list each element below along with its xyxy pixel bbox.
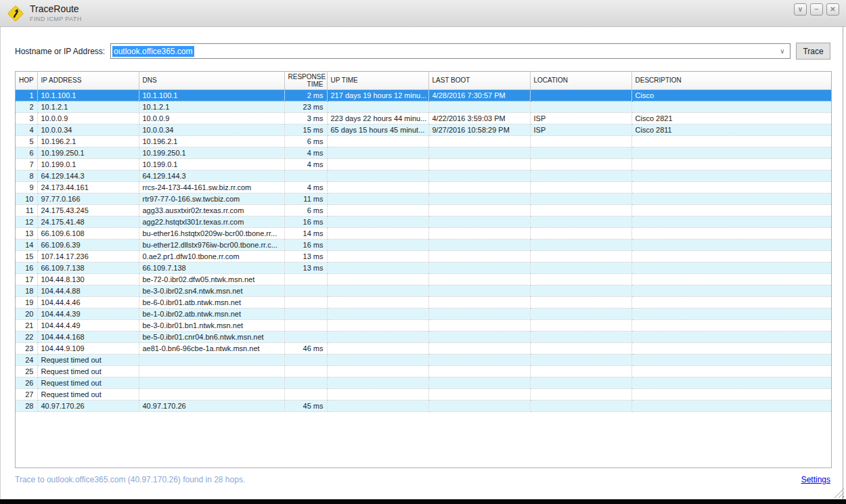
- cell-hop: 26: [16, 377, 37, 388]
- cell-last_boot: [428, 400, 530, 411]
- cell-description: [631, 101, 831, 112]
- table-row[interactable]: 1466.109.6.39bu-ether12.dllstx976iw-bcr0…: [16, 239, 831, 250]
- cell-hop: 9: [16, 181, 37, 193]
- cell-description: [631, 204, 831, 216]
- cell-ip: 104.44.4.39: [37, 308, 139, 319]
- cell-response: 4 ms: [284, 147, 327, 158]
- hostname-input-value: outlook.office365.com: [112, 46, 194, 57]
- cell-uptime: [327, 308, 428, 319]
- table-row[interactable]: 510.196.2.110.196.2.16 ms: [16, 135, 831, 147]
- table-row[interactable]: 1366.109.6.108bu-ether16.hstqtx0209w-bcr…: [16, 227, 831, 239]
- window-border-right: [843, 27, 843, 499]
- cell-location: [530, 250, 631, 262]
- header-cell-description[interactable]: DESCRIPTION: [631, 72, 831, 89]
- table-row[interactable]: 710.199.0.110.199.0.14 ms: [16, 158, 831, 170]
- trace-table: HOPIP ADDRESSDNSRESPONSE TIMEUP TIMELAST…: [15, 71, 832, 468]
- close-icon: ✕: [830, 6, 835, 13]
- cell-response: [284, 365, 327, 377]
- table-row[interactable]: 2840.97.170.2640.97.170.2645 ms: [16, 400, 831, 411]
- cell-response: [284, 331, 327, 342]
- window-controls: ∨ − ✕: [794, 3, 839, 16]
- cell-uptime: [327, 400, 428, 411]
- cell-last_boot: [428, 204, 530, 216]
- cell-location: [530, 193, 631, 204]
- table-row[interactable]: 110.1.100.110.1.100.12 ms217 days 19 hou…: [16, 89, 831, 101]
- table-row[interactable]: 24Request timed out: [16, 354, 831, 365]
- cell-dns: 10.199.250.1: [139, 147, 284, 158]
- cell-description: [631, 216, 831, 227]
- close-button[interactable]: ✕: [826, 3, 839, 16]
- header-cell-location[interactable]: LOCATION: [530, 72, 631, 89]
- cell-hop: 14: [16, 239, 37, 250]
- cell-dns: bu-ether12.dllstx976iw-bcr00.tbone.rr.c.…: [139, 239, 284, 250]
- dropdown-arrow-icon[interactable]: ∨: [777, 45, 788, 57]
- cell-dns: [139, 354, 284, 365]
- cell-response: 13 ms: [284, 262, 327, 273]
- header-cell-uptime[interactable]: UP TIME: [327, 72, 428, 89]
- cell-hop: 17: [16, 273, 37, 285]
- table-row[interactable]: 19104.44.4.46be-6-0.ibr01.atb.ntwk.msn.n…: [16, 296, 831, 308]
- table-row[interactable]: 25Request timed out: [16, 365, 831, 377]
- resize-grip-icon[interactable]: [834, 488, 844, 498]
- cell-hop: 22: [16, 331, 37, 342]
- cell-ip: Request timed out: [37, 377, 139, 388]
- cell-location: [530, 285, 631, 296]
- cell-uptime: [327, 296, 428, 308]
- cell-description: [631, 273, 831, 285]
- cell-location: [530, 239, 631, 250]
- table-row[interactable]: 864.129.144.364.129.144.3: [16, 170, 831, 181]
- header-cell-hop[interactable]: HOP: [16, 72, 37, 89]
- cell-last_boot: [428, 377, 530, 388]
- table-row[interactable]: 310.0.0.910.0.0.93 ms223 days 22 hours 4…: [16, 112, 831, 124]
- header-cell-last_boot[interactable]: LAST BOOT: [428, 72, 530, 89]
- table-row[interactable]: 1097.77.0.166rtr97-77-0-166.sw.twcbiz.co…: [16, 193, 831, 204]
- cell-uptime: [327, 354, 428, 365]
- cell-description: [631, 193, 831, 204]
- table-row[interactable]: 18104.44.4.88be-3-0.ibr02.sn4.ntwk.msn.n…: [16, 285, 831, 296]
- cell-response: [284, 354, 327, 365]
- window-subtitle: FIND ICMP PATH: [30, 15, 82, 23]
- cell-dns: bu-ether16.hstqtx0209w-bcr00.tbone.rr...: [139, 227, 284, 239]
- cell-uptime: [327, 262, 428, 273]
- cell-ip: 10.1.2.1: [37, 101, 139, 112]
- table-row[interactable]: 15107.14.17.2360.ae2.pr1.dfw10.tbone.rr.…: [16, 250, 831, 262]
- table-row[interactable]: 1224.175.41.48agg22.hstqtxl301r.texas.rr…: [16, 216, 831, 227]
- table-row[interactable]: 1666.109.7.13866.109.7.13813 ms: [16, 262, 831, 273]
- table-row[interactable]: 21104.44.4.49be-3-0.ibr01.bn1.ntwk.msn.n…: [16, 319, 831, 331]
- trace-button[interactable]: Trace: [796, 43, 830, 60]
- header-cell-dns[interactable]: DNS: [139, 72, 284, 89]
- table-row[interactable]: 924.173.44.161rrcs-24-173-44-161.sw.biz.…: [16, 181, 831, 193]
- cell-ip: 104.44.4.46: [37, 296, 139, 308]
- table-row[interactable]: 20104.44.4.39be-1-0.ibr02.atb.ntwk.msn.n…: [16, 308, 831, 319]
- table-row[interactable]: 27Request timed out: [16, 388, 831, 400]
- hostname-input[interactable]: outlook.office365.com ∨: [110, 43, 791, 59]
- table-row[interactable]: 410.0.0.3410.0.0.3415 ms65 days 15 hours…: [16, 124, 831, 135]
- table-row[interactable]: 22104.44.4.168be-5-0.ibr01.cnr04.bn6.ntw…: [16, 331, 831, 342]
- minimize-button[interactable]: −: [810, 3, 823, 16]
- table-row[interactable]: 610.199.250.110.199.250.14 ms: [16, 147, 831, 158]
- cell-dns: [139, 388, 284, 400]
- cell-hop: 13: [16, 227, 37, 239]
- cell-uptime: 217 days 19 hours 12 minu...: [327, 89, 428, 101]
- table-row[interactable]: 1124.175.43.245agg33.ausxtxir02r.texas.r…: [16, 204, 831, 216]
- cell-ip: 10.0.0.9: [37, 112, 139, 124]
- cell-ip: 24.175.41.48: [37, 216, 139, 227]
- cell-last_boot: [428, 285, 530, 296]
- table-row[interactable]: 17104.44.8.130be-72-0.ibr02.dfw05.ntwk.m…: [16, 273, 831, 285]
- cell-description: [631, 158, 831, 170]
- cell-hop: 15: [16, 250, 37, 262]
- table-row[interactable]: 210.1.2.110.1.2.123 ms: [16, 101, 831, 112]
- table-row[interactable]: 26Request timed out: [16, 377, 831, 388]
- header-cell-ip[interactable]: IP ADDRESS: [37, 72, 139, 89]
- collapse-button[interactable]: ∨: [794, 3, 807, 16]
- table-row[interactable]: 23104.44.9.109ae81-0.bn6-96cbe-1a.ntwk.m…: [16, 342, 831, 354]
- cell-ip: 10.0.0.34: [37, 124, 139, 135]
- cell-response: [284, 273, 327, 285]
- cell-hop: 10: [16, 193, 37, 204]
- cell-hop: 6: [16, 147, 37, 158]
- cell-response: 15 ms: [284, 124, 327, 135]
- cell-last_boot: [428, 181, 530, 193]
- cell-dns: 10.199.0.1: [139, 158, 284, 170]
- header-cell-response[interactable]: RESPONSE TIME: [284, 72, 327, 89]
- settings-link[interactable]: Settings: [801, 475, 830, 484]
